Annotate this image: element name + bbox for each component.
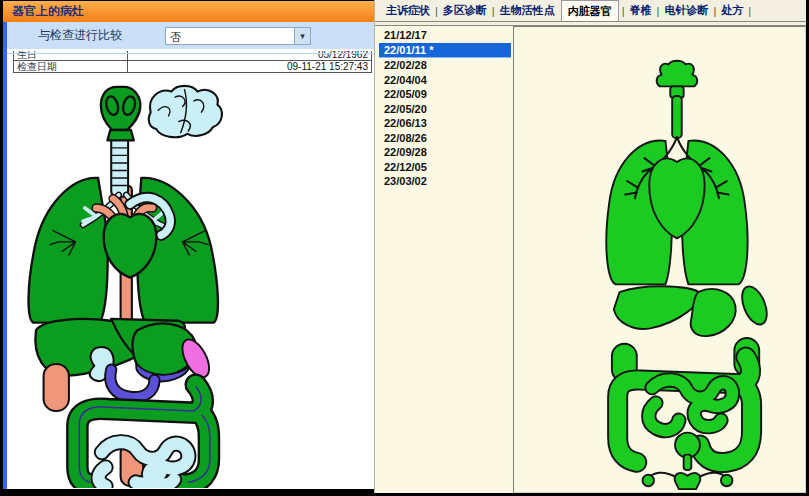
- exam-date-value: 09-11-21 15:27:43: [128, 61, 371, 72]
- date-list-item[interactable]: 22/05/20: [379, 102, 511, 117]
- exam-date-list: 21/12/1722/01/11 *22/02/2822/04/0422/05/…: [379, 28, 511, 189]
- tab-bar: 主诉症状|多区诊断|生物活性点内脏器官|脊椎|电针诊断|处方|: [375, 0, 809, 21]
- tab-prescription[interactable]: 处方: [717, 1, 747, 20]
- trachea-shape: [672, 96, 682, 138]
- app-canvas: 器官上的病灶 生日 05/12/1962 检查日期 09-11-21 15:27…: [0, 0, 809, 496]
- date-list-item[interactable]: 22/04/04: [379, 73, 511, 88]
- small-intestine-shape: [99, 442, 189, 486]
- tab-electroacupuncture-diagnosis[interactable]: 电针诊断: [660, 1, 712, 20]
- date-list-item[interactable]: 22/06/13: [379, 116, 511, 131]
- tab-spine[interactable]: 脊椎: [626, 1, 656, 20]
- stomach-shape: [691, 289, 736, 336]
- organ-view-panel: [513, 26, 806, 493]
- window-title: 器官上的病灶: [12, 3, 84, 20]
- tab-multi-zone-diagnosis[interactable]: 多区诊断: [439, 1, 491, 20]
- anatomy-illustration-green: [550, 51, 802, 491]
- date-list-item[interactable]: 21/12/17: [379, 28, 511, 43]
- window-border: [0, 22, 7, 489]
- date-list-item[interactable]: 22/02/28: [379, 58, 511, 73]
- compare-select[interactable]: 否 ▾: [165, 27, 311, 45]
- liver-shape: [614, 286, 700, 329]
- compare-label: 与检查进行比较: [38, 27, 122, 44]
- tab-chief-complaint-symptoms[interactable]: 主诉症状: [382, 1, 434, 20]
- trachea-shape: [111, 133, 128, 197]
- date-list-item[interactable]: 22/12/05: [379, 160, 511, 175]
- date-list-item[interactable]: 22/08/26: [379, 131, 511, 146]
- thyroid-shape: [657, 61, 698, 98]
- uterus-shape: [643, 473, 733, 489]
- tab-visceral-organs[interactable]: 内脏器官: [561, 0, 619, 22]
- table-row: 检查日期 09-11-21 15:27:43: [14, 60, 371, 72]
- bladder-shape: [675, 433, 700, 470]
- small-intestine-shape: [649, 380, 733, 431]
- cecum-shape: [44, 364, 69, 411]
- brain-shape: [149, 86, 222, 137]
- spleen-shape: [737, 283, 772, 328]
- tab-separator: |: [747, 5, 752, 17]
- date-list-item[interactable]: 23/03/02: [379, 174, 511, 189]
- chevron-down-icon[interactable]: ▾: [294, 28, 310, 44]
- date-list-item[interactable]: 22/09/28: [379, 145, 511, 160]
- patient-info-table: 生日 05/12/1962 检查日期 09-11-21 15:27:43: [13, 48, 372, 73]
- organ-lesions-window: 器官上的病灶 生日 05/12/1962 检查日期 09-11-21 15:27…: [0, 0, 374, 496]
- tab-bioactive-points[interactable]: 生物活性点: [496, 1, 559, 20]
- date-list-item[interactable]: 22/01/11 *: [379, 43, 511, 59]
- date-list-item[interactable]: 22/05/09: [379, 87, 511, 102]
- thyroid-shape: [101, 87, 140, 141]
- exam-panel: 主诉症状|多区诊断|生物活性点内脏器官|脊椎|电针诊断|处方| 21/12/17…: [374, 0, 809, 496]
- band-underline: [0, 53, 374, 54]
- window-title-bar[interactable]: 器官上的病灶: [0, 0, 374, 22]
- compare-selected-value: 否: [166, 28, 294, 44]
- anatomy-illustration-color: [14, 84, 246, 488]
- exam-date-label: 检查日期: [14, 61, 128, 72]
- compare-band: 与检查进行比较 否 ▾: [0, 22, 374, 51]
